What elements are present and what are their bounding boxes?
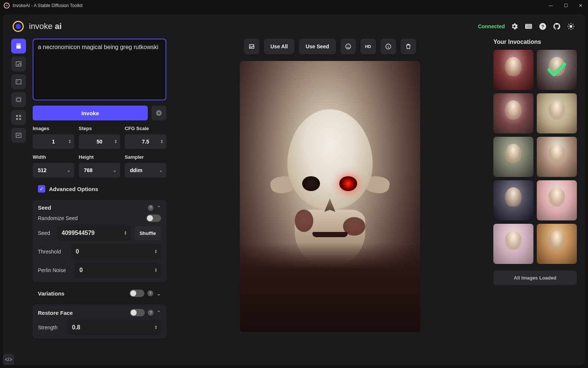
- images-input[interactable]: 1▲▼: [33, 134, 74, 149]
- strength-input[interactable]: 0.8▲▼: [68, 320, 161, 335]
- svg-rect-20: [388, 46, 389, 48]
- advanced-label: Advanced Options: [49, 186, 98, 192]
- gallery-thumb[interactable]: [493, 137, 533, 177]
- info-button[interactable]: [380, 39, 396, 54]
- brand-text: invoke ai: [29, 22, 62, 31]
- use-all-button[interactable]: Use All: [264, 39, 295, 54]
- restore-title: Restore Face: [38, 310, 73, 316]
- tab-nodes[interactable]: [11, 110, 26, 125]
- gallery-thumb[interactable]: [493, 50, 533, 90]
- prompt-input[interactable]: [33, 39, 166, 100]
- maximize-button[interactable]: ☐: [562, 2, 569, 9]
- svg-point-17: [349, 46, 349, 46]
- image-toolbar: Use All Use Seed HD: [244, 39, 416, 54]
- gallery-thumb[interactable]: [537, 137, 577, 177]
- center-panel: Use All Use Seed HD: [173, 39, 487, 358]
- randomize-toggle[interactable]: [146, 214, 161, 222]
- gallery-thumb[interactable]: [537, 93, 577, 133]
- seed-title: Seed: [38, 204, 51, 211]
- sampler-select[interactable]: ddim⌄: [125, 163, 166, 178]
- tab-inpaint[interactable]: [11, 74, 26, 89]
- svg-rect-8: [19, 115, 21, 117]
- height-label: Height: [79, 154, 120, 160]
- seed-help-icon[interactable]: ?: [148, 205, 154, 211]
- svg-point-19: [388, 45, 389, 46]
- seed-input[interactable]: 4099544579▲▼: [57, 226, 131, 241]
- steps-label: Steps: [79, 126, 120, 131]
- threshold-label: Threshold: [38, 249, 68, 255]
- perlin-input[interactable]: 0▲▼: [75, 263, 161, 278]
- settings-icon[interactable]: [510, 22, 519, 31]
- svg-rect-3: [16, 80, 21, 84]
- all-loaded-label: All Images Loaded: [493, 271, 577, 285]
- svg-point-16: [347, 46, 348, 46]
- width-select[interactable]: 512⌄: [33, 163, 74, 178]
- minimize-button[interactable]: —: [547, 2, 555, 9]
- svg-rect-7: [16, 115, 18, 117]
- theme-icon[interactable]: [566, 22, 575, 31]
- keyboard-icon[interactable]: [524, 22, 533, 31]
- svg-point-2: [569, 25, 572, 28]
- tab-postprocess[interactable]: [11, 128, 26, 143]
- images-label: Images: [33, 126, 74, 131]
- cfg-label: CFG Scale: [125, 126, 166, 131]
- code-toggle-button[interactable]: </>: [3, 354, 14, 365]
- shuffle-button[interactable]: Shuffle: [134, 226, 161, 240]
- controls-panel: Invoke Images 1▲▼ Steps 50▲▼ CFG Scale 7…: [33, 39, 166, 358]
- threshold-input[interactable]: 0▲▼: [71, 244, 161, 259]
- gallery-thumb[interactable]: [537, 180, 577, 220]
- gallery-thumb[interactable]: [537, 50, 577, 90]
- gallery-thumb[interactable]: [537, 224, 577, 264]
- upscale-button[interactable]: HD: [360, 39, 376, 54]
- svg-rect-10: [19, 118, 21, 120]
- seed-collapse-icon[interactable]: ⌃: [157, 205, 161, 211]
- seed-label: Seed: [38, 230, 53, 236]
- width-label: Width: [33, 154, 74, 160]
- window-title: InvokeAI - A Stable Diffusion Toolkit: [13, 3, 82, 8]
- help-icon[interactable]: ?: [538, 22, 547, 31]
- randomize-label: Randomize Seed: [38, 215, 143, 221]
- app-header: invoke ai Connected ?: [11, 21, 577, 32]
- svg-text:?: ?: [541, 24, 544, 29]
- restore-panel: Restore Face ? ⌃ Strength 0.8▲▼: [33, 304, 166, 339]
- app-icon: [4, 3, 10, 9]
- tab-img2img[interactable]: [11, 57, 26, 71]
- restore-toggle[interactable]: [130, 309, 145, 316]
- use-seed-button[interactable]: Use Seed: [299, 39, 336, 54]
- steps-input[interactable]: 50▲▼: [79, 134, 120, 149]
- perlin-label: Perlin Noise: [38, 267, 71, 273]
- cfg-input[interactable]: 7.5▲▼: [125, 134, 166, 149]
- gallery-panel: Your Invocations All Images Loaded: [493, 39, 577, 358]
- variations-expand-icon[interactable]: ⌄: [156, 290, 161, 297]
- variations-toggle[interactable]: [130, 290, 144, 297]
- tab-txt2img[interactable]: [11, 39, 26, 54]
- restore-collapse-icon[interactable]: ⌃: [157, 310, 161, 316]
- cancel-button[interactable]: [151, 106, 166, 120]
- height-select[interactable]: 768⌄: [79, 163, 120, 178]
- strength-label: Strength: [38, 325, 64, 330]
- gallery-thumb[interactable]: [493, 93, 533, 133]
- gallery-thumb[interactable]: [493, 180, 533, 220]
- tab-outpaint[interactable]: [11, 92, 26, 107]
- connection-status: Connected: [478, 23, 505, 29]
- gallery-thumb[interactable]: [493, 224, 533, 264]
- window-titlebar: InvokeAI - A Stable Diffusion Toolkit — …: [0, 0, 588, 11]
- advanced-checkbox[interactable]: ✓: [38, 185, 45, 193]
- delete-button[interactable]: [401, 39, 416, 54]
- close-button[interactable]: ✕: [577, 2, 584, 9]
- svg-point-15: [346, 44, 351, 49]
- restore-help-icon[interactable]: ?: [148, 310, 154, 316]
- logo-icon: [13, 21, 24, 32]
- gallery-title: Your Invocations: [493, 39, 577, 45]
- github-icon[interactable]: [552, 22, 561, 31]
- variations-help-icon[interactable]: ?: [147, 290, 153, 296]
- seed-panel: Seed ? ⌃ Randomize Seed Seed 4099544579▲…: [33, 200, 166, 282]
- variations-section: Variations ? ⌄: [33, 287, 166, 299]
- sampler-label: Sampler: [125, 154, 166, 160]
- svg-rect-9: [16, 118, 18, 120]
- invoke-button[interactable]: Invoke: [33, 106, 148, 120]
- svg-point-14: [250, 45, 251, 46]
- face-restore-button[interactable]: [340, 39, 356, 54]
- preview-image[interactable]: [240, 61, 420, 332]
- image-options-button[interactable]: [244, 39, 259, 54]
